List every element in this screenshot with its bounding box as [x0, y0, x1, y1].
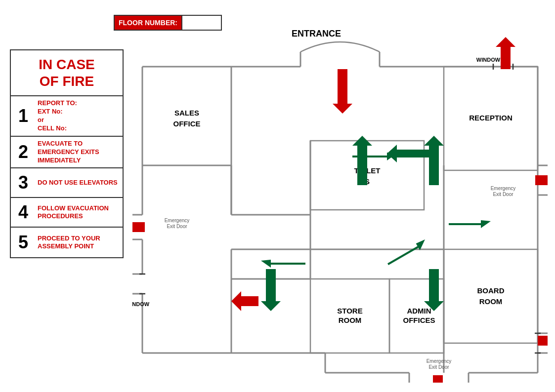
- green-arrow-left-lower: [261, 257, 305, 268]
- instructions-panel: IN CASEOF FIRE 1 REPORT TO:EXT No:orCELL…: [10, 49, 124, 258]
- svg-text:ROOM: ROOM: [479, 297, 503, 306]
- svg-text:STORE: STORE: [337, 307, 362, 315]
- svg-text:BOARD: BOARD: [477, 286, 505, 295]
- red-arrow-left-exit: [132, 217, 145, 237]
- svg-text:ROOM: ROOM: [339, 316, 362, 324]
- instruction-row-3: 3 DO NOT USE ELEVATORS: [11, 168, 123, 198]
- window-left-label: WINDOW: [132, 301, 150, 307]
- step-number-4: 4: [11, 199, 36, 226]
- step-text-3: DO NOT USE ELEVATORS: [36, 176, 120, 190]
- svg-text:Exit Door: Exit Door: [428, 364, 449, 370]
- svg-text:Exit Door: Exit Door: [167, 224, 187, 229]
- floor-plan: WINDOW WINDOW WINDOW Emergency Exit Door…: [132, 27, 548, 383]
- step-text-5: PROCEED TO YOUR ASSEMBLY POINT: [36, 232, 123, 254]
- step-number-1: 1: [11, 103, 36, 129]
- red-arrow-bottom-exit: [428, 375, 448, 383]
- svg-text:RECEPTION: RECEPTION: [469, 114, 512, 122]
- green-arrow-right-lower: [449, 217, 491, 228]
- svg-text:Emergency: Emergency: [491, 186, 516, 191]
- green-arrow-diagonal: [384, 236, 428, 268]
- step-text-1: REPORT TO:EXT No:orCELL No:: [36, 96, 79, 136]
- step-text-2: EVACUATE TO EMERGENCY EXITS IMMEDIATELY: [36, 137, 123, 168]
- instruction-row-5: 5 PROCEED TO YOUR ASSEMBLY POINT: [11, 228, 123, 257]
- svg-text:OFFICE: OFFICE: [173, 119, 201, 128]
- instruction-row-4: 4 FOLLOW EVACUATION PROCEDURES: [11, 198, 123, 228]
- svg-text:ADMIN: ADMIN: [407, 307, 431, 315]
- svg-text:Emergency: Emergency: [427, 358, 452, 364]
- step-text-4: FOLLOW EVACUATION PROCEDURES: [36, 201, 123, 224]
- svg-text:OFFICES: OFFICES: [403, 316, 435, 324]
- green-arrow-left-center: [387, 145, 429, 162]
- green-arrow-down-admin: [424, 269, 444, 311]
- green-arrow-up-right-of-toilet: [424, 136, 444, 185]
- window-top-right-label: WINDOW: [476, 57, 501, 63]
- instruction-row-2: 2 EVACUATE TO EMERGENCY EXITS IMMEDIATEL…: [11, 137, 123, 169]
- svg-text:Exit Door: Exit Door: [493, 192, 513, 197]
- step-number-3: 3: [11, 169, 36, 196]
- red-arrow-step4: [231, 291, 258, 311]
- instruction-row-1: 1 REPORT TO:EXT No:orCELL No:: [11, 96, 123, 137]
- green-arrow-down-lower-left: [261, 269, 281, 311]
- svg-text:Emergency: Emergency: [165, 218, 190, 223]
- instructions-title: IN CASEOF FIRE: [11, 50, 123, 96]
- step-number-2: 2: [11, 139, 36, 165]
- svg-rect-34: [444, 249, 538, 343]
- red-arrow-entrance-up: [333, 69, 352, 114]
- step-number-5: 5: [11, 229, 36, 256]
- svg-text:SALES: SALES: [174, 109, 199, 117]
